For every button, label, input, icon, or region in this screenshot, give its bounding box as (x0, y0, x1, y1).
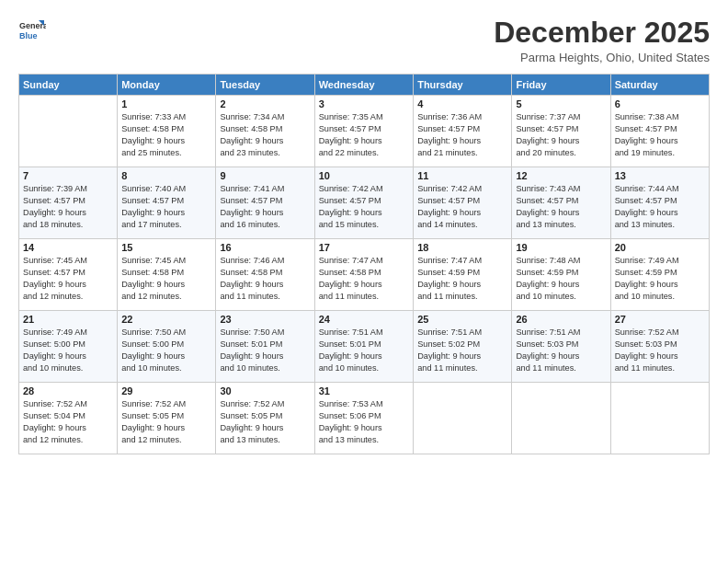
day-detail: Sunrise: 7:33 AM Sunset: 4:58 PM Dayligh… (121, 111, 211, 159)
day-number: 24 (319, 314, 409, 325)
table-row: 17Sunrise: 7:47 AM Sunset: 4:58 PM Dayli… (314, 239, 413, 311)
table-row: 9Sunrise: 7:41 AM Sunset: 4:57 PM Daylig… (216, 167, 314, 239)
col-wednesday: Wednesday (314, 75, 413, 96)
day-number: 7 (23, 170, 113, 181)
day-detail: Sunrise: 7:50 AM Sunset: 5:01 PM Dayligh… (220, 327, 310, 374)
day-number: 17 (319, 242, 409, 253)
table-row: 25Sunrise: 7:51 AM Sunset: 5:02 PM Dayli… (414, 311, 512, 383)
table-row: 2Sunrise: 7:34 AM Sunset: 4:58 PM Daylig… (216, 96, 314, 167)
table-row: 11Sunrise: 7:42 AM Sunset: 4:57 PM Dayli… (414, 167, 512, 239)
table-row (19, 96, 118, 167)
table-row (512, 383, 610, 454)
table-row: 22Sunrise: 7:50 AM Sunset: 5:00 PM Dayli… (118, 311, 216, 383)
location: Parma Heights, Ohio, United States (494, 51, 710, 64)
col-friday: Friday (512, 75, 610, 96)
day-number: 18 (417, 242, 507, 253)
calendar-week-row: 7Sunrise: 7:39 AM Sunset: 4:57 PM Daylig… (19, 167, 710, 239)
table-row: 26Sunrise: 7:51 AM Sunset: 5:03 PM Dayli… (512, 311, 610, 383)
day-number: 1 (121, 98, 211, 109)
table-row: 1Sunrise: 7:33 AM Sunset: 4:58 PM Daylig… (118, 96, 216, 167)
table-row: 23Sunrise: 7:50 AM Sunset: 5:01 PM Dayli… (216, 311, 314, 383)
day-detail: Sunrise: 7:51 AM Sunset: 5:01 PM Dayligh… (319, 327, 409, 374)
day-detail: Sunrise: 7:41 AM Sunset: 4:57 PM Dayligh… (220, 183, 310, 231)
day-detail: Sunrise: 7:44 AM Sunset: 4:57 PM Dayligh… (615, 183, 705, 231)
day-number: 23 (220, 314, 310, 325)
day-number: 28 (23, 385, 113, 396)
day-detail: Sunrise: 7:52 AM Sunset: 5:04 PM Dayligh… (23, 398, 113, 446)
table-row: 7Sunrise: 7:39 AM Sunset: 4:57 PM Daylig… (19, 167, 118, 239)
col-sunday: Sunday (19, 75, 118, 96)
day-number: 13 (615, 170, 705, 181)
day-number: 19 (516, 242, 606, 253)
header: General Blue December 2025 Parma Heights… (18, 17, 710, 64)
table-row: 20Sunrise: 7:49 AM Sunset: 4:59 PM Dayli… (610, 239, 709, 311)
day-detail: Sunrise: 7:51 AM Sunset: 5:03 PM Dayligh… (516, 327, 606, 374)
table-row: 31Sunrise: 7:53 AM Sunset: 5:06 PM Dayli… (314, 383, 413, 454)
table-row: 29Sunrise: 7:52 AM Sunset: 5:05 PM Dayli… (118, 383, 216, 454)
day-number: 31 (319, 385, 409, 396)
day-detail: Sunrise: 7:52 AM Sunset: 5:05 PM Dayligh… (121, 398, 211, 446)
day-number: 27 (615, 314, 705, 325)
logo-icon: General Blue (18, 17, 46, 44)
day-detail: Sunrise: 7:48 AM Sunset: 4:59 PM Dayligh… (516, 255, 606, 303)
day-number: 16 (220, 242, 310, 253)
table-row: 13Sunrise: 7:44 AM Sunset: 4:57 PM Dayli… (610, 167, 709, 239)
day-detail: Sunrise: 7:49 AM Sunset: 4:59 PM Dayligh… (615, 255, 705, 303)
col-tuesday: Tuesday (216, 75, 314, 96)
table-row: 16Sunrise: 7:46 AM Sunset: 4:58 PM Dayli… (216, 239, 314, 311)
title-area: December 2025 Parma Heights, Ohio, Unite… (494, 17, 710, 64)
day-number: 9 (220, 170, 310, 181)
col-saturday: Saturday (610, 75, 709, 96)
calendar-header-row: Sunday Monday Tuesday Wednesday Thursday… (19, 75, 710, 96)
day-detail: Sunrise: 7:51 AM Sunset: 5:02 PM Dayligh… (417, 327, 507, 374)
table-row: 14Sunrise: 7:45 AM Sunset: 4:57 PM Dayli… (19, 239, 118, 311)
day-number: 21 (23, 314, 113, 325)
table-row: 19Sunrise: 7:48 AM Sunset: 4:59 PM Dayli… (512, 239, 610, 311)
day-number: 20 (615, 242, 705, 253)
page: General Blue December 2025 Parma Heights… (0, 0, 728, 563)
day-detail: Sunrise: 7:37 AM Sunset: 4:57 PM Dayligh… (516, 111, 606, 159)
table-row: 28Sunrise: 7:52 AM Sunset: 5:04 PM Dayli… (19, 383, 118, 454)
table-row: 4Sunrise: 7:36 AM Sunset: 4:57 PM Daylig… (414, 96, 512, 167)
day-number: 2 (220, 98, 310, 109)
month-title: December 2025 (494, 17, 710, 49)
table-row: 27Sunrise: 7:52 AM Sunset: 5:03 PM Dayli… (610, 311, 709, 383)
day-detail: Sunrise: 7:40 AM Sunset: 4:57 PM Dayligh… (121, 183, 211, 231)
calendar-week-row: 21Sunrise: 7:49 AM Sunset: 5:00 PM Dayli… (19, 311, 710, 383)
day-number: 15 (121, 242, 211, 253)
day-number: 12 (516, 170, 606, 181)
day-detail: Sunrise: 7:36 AM Sunset: 4:57 PM Dayligh… (417, 111, 507, 159)
svg-text:Blue: Blue (19, 31, 38, 40)
table-row: 21Sunrise: 7:49 AM Sunset: 5:00 PM Dayli… (19, 311, 118, 383)
day-detail: Sunrise: 7:43 AM Sunset: 4:57 PM Dayligh… (516, 183, 606, 231)
day-detail: Sunrise: 7:53 AM Sunset: 5:06 PM Dayligh… (319, 398, 409, 446)
day-number: 5 (516, 98, 606, 109)
day-detail: Sunrise: 7:47 AM Sunset: 4:58 PM Dayligh… (319, 255, 409, 303)
day-detail: Sunrise: 7:45 AM Sunset: 4:57 PM Dayligh… (23, 255, 113, 303)
day-number: 30 (220, 385, 310, 396)
day-detail: Sunrise: 7:42 AM Sunset: 4:57 PM Dayligh… (417, 183, 507, 231)
logo: General Blue (18, 17, 46, 44)
day-number: 10 (319, 170, 409, 181)
day-number: 6 (615, 98, 705, 109)
day-detail: Sunrise: 7:35 AM Sunset: 4:57 PM Dayligh… (319, 111, 409, 159)
table-row: 18Sunrise: 7:47 AM Sunset: 4:59 PM Dayli… (414, 239, 512, 311)
calendar-table: Sunday Monday Tuesday Wednesday Thursday… (18, 74, 710, 454)
table-row: 5Sunrise: 7:37 AM Sunset: 4:57 PM Daylig… (512, 96, 610, 167)
table-row: 3Sunrise: 7:35 AM Sunset: 4:57 PM Daylig… (314, 96, 413, 167)
table-row: 6Sunrise: 7:38 AM Sunset: 4:57 PM Daylig… (610, 96, 709, 167)
table-row (610, 383, 709, 454)
day-detail: Sunrise: 7:49 AM Sunset: 5:00 PM Dayligh… (23, 327, 113, 374)
calendar-week-row: 14Sunrise: 7:45 AM Sunset: 4:57 PM Dayli… (19, 239, 710, 311)
day-detail: Sunrise: 7:46 AM Sunset: 4:58 PM Dayligh… (220, 255, 310, 303)
table-row: 15Sunrise: 7:45 AM Sunset: 4:58 PM Dayli… (118, 239, 216, 311)
table-row: 30Sunrise: 7:52 AM Sunset: 5:05 PM Dayli… (216, 383, 314, 454)
day-detail: Sunrise: 7:34 AM Sunset: 4:58 PM Dayligh… (220, 111, 310, 159)
day-number: 29 (121, 385, 211, 396)
day-number: 8 (121, 170, 211, 181)
day-number: 3 (319, 98, 409, 109)
day-detail: Sunrise: 7:38 AM Sunset: 4:57 PM Dayligh… (615, 111, 705, 159)
day-detail: Sunrise: 7:52 AM Sunset: 5:05 PM Dayligh… (220, 398, 310, 446)
calendar-week-row: 1Sunrise: 7:33 AM Sunset: 4:58 PM Daylig… (19, 96, 710, 167)
table-row: 10Sunrise: 7:42 AM Sunset: 4:57 PM Dayli… (314, 167, 413, 239)
